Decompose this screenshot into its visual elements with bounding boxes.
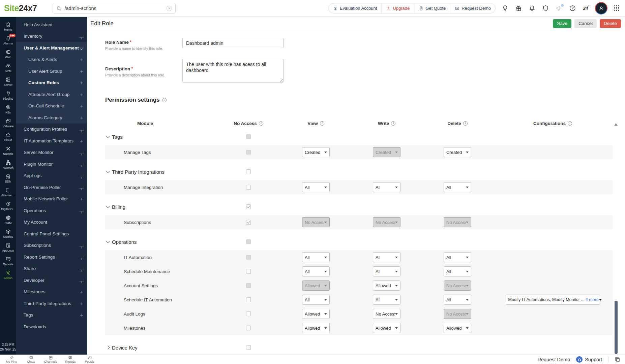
- no-access-checkbox[interactable]: [246, 185, 251, 190]
- table-scroll-up-icon[interactable]: [614, 123, 618, 126]
- no-access-info-icon[interactable]: i: [259, 121, 263, 126]
- cancel-button[interactable]: Cancel: [574, 19, 597, 28]
- plus-icon[interactable]: +: [79, 138, 84, 144]
- write-info-icon[interactable]: i: [391, 121, 395, 126]
- delete-info-icon[interactable]: i: [463, 121, 468, 126]
- chevron-right-icon[interactable]: ›: [79, 256, 84, 258]
- chevron-right-icon[interactable]: ›: [79, 244, 84, 247]
- search-input[interactable]: [64, 6, 164, 11]
- write-dropdown[interactable]: All: [373, 295, 400, 305]
- configurations-info-icon[interactable]: i: [568, 121, 572, 126]
- view-dropdown[interactable]: All: [302, 252, 330, 262]
- rail-item-server[interactable]: Server: [0, 75, 16, 89]
- view-dropdown[interactable]: All: [302, 182, 330, 192]
- chevron-down-icon[interactable]: [106, 169, 110, 173]
- copy-icon[interactable]: [615, 357, 620, 362]
- sidebar-item-downloads[interactable]: Downloads: [16, 321, 87, 333]
- table-scrollbar-thumb[interactable]: [615, 301, 618, 354]
- rail-item-reports[interactable]: Reports: [0, 254, 16, 268]
- chevron-down-icon[interactable]: [106, 204, 110, 208]
- delete-dropdown[interactable]: All: [444, 182, 471, 192]
- chevron-right-icon[interactable]: ›: [79, 35, 84, 38]
- delete-dropdown[interactable]: All: [444, 266, 471, 276]
- sidebar-item-tags[interactable]: Tags+: [16, 309, 87, 321]
- view-dropdown[interactable]: All: [302, 295, 330, 305]
- badge-icon[interactable]: [542, 5, 549, 12]
- view-dropdown[interactable]: All: [302, 266, 330, 276]
- sidebar-item-inventory[interactable]: Inventory›: [16, 31, 87, 42]
- save-button[interactable]: Save: [553, 19, 571, 28]
- delete-dropdown[interactable]: All: [444, 295, 471, 305]
- delete-dropdown[interactable]: Created: [444, 147, 471, 157]
- plus-icon[interactable]: +: [79, 80, 84, 86]
- pill-request-demo[interactable]: Request Demo: [450, 3, 495, 13]
- chevron-right-icon[interactable]: ›: [79, 128, 84, 131]
- permission-settings-info-icon[interactable]: i: [162, 98, 167, 102]
- sidebar-item-control-panel-settings[interactable]: Control Panel Settings: [16, 228, 87, 240]
- rail-item-home[interactable]: Home: [0, 20, 16, 33]
- no-access-checkbox[interactable]: [246, 311, 251, 316]
- description-textarea[interactable]: The user with this role has acess to all…: [182, 59, 284, 82]
- plus-icon[interactable]: +: [79, 289, 84, 295]
- sidebar-item-help-assistant[interactable]: Help Assistant: [16, 19, 87, 31]
- no-access-checkbox[interactable]: [246, 297, 251, 302]
- notifications-icon[interactable]: [529, 5, 536, 12]
- rail-item-digitalo[interactable]: Digital O...: [0, 199, 16, 213]
- footer-item-threads[interactable]: Threads: [62, 356, 78, 363]
- sidebar-item-user-alert-group[interactable]: User Alert Group+: [16, 65, 87, 77]
- footer-item-channels[interactable]: Channels: [42, 356, 59, 363]
- global-search[interactable]: ✕: [53, 3, 176, 14]
- sidebar-item-milestones[interactable]: Milestones+: [16, 286, 87, 298]
- chevron-down-icon[interactable]: ⌄: [79, 45, 84, 48]
- footer-item-people[interactable]: People: [82, 356, 98, 363]
- sidebar-item-mobile-network-poller[interactable]: Mobile Network Poller+: [16, 193, 87, 205]
- pill-upgrade[interactable]: Upgrade: [381, 3, 414, 13]
- zoho-24-icon[interactable]: 24: [583, 5, 590, 12]
- sidebar-item-my-account[interactable]: My Account: [16, 217, 87, 228]
- chevron-down-icon[interactable]: [106, 134, 110, 138]
- view-info-icon[interactable]: i: [320, 121, 324, 126]
- rail-item-cloud[interactable]: Cloud: [0, 130, 16, 144]
- configurations-select[interactable]: Modify IT Automations, Modify Monitor ..…: [506, 295, 600, 305]
- chevron-right-icon[interactable]: ›: [79, 186, 84, 189]
- idea-icon[interactable]: [502, 5, 509, 12]
- footer-item-my-pins[interactable]: My Pins: [3, 356, 20, 363]
- write-dropdown[interactable]: No Access: [373, 309, 400, 319]
- sidebar-item-it-automation-templates[interactable]: IT Automation Templates+: [16, 135, 87, 147]
- plus-icon[interactable]: +: [79, 57, 84, 62]
- footer-support-link[interactable]: Support: [576, 356, 602, 363]
- rail-item-applogs[interactable]: AppLogs: [0, 240, 16, 254]
- view-dropdown[interactable]: Allowed: [302, 309, 330, 319]
- write-dropdown[interactable]: Allowed: [373, 280, 400, 291]
- chevron-right-icon[interactable]: ›: [79, 267, 84, 270]
- sidebar-item-user-alert-management[interactable]: User & Alert Management⌄: [16, 42, 87, 54]
- sidebar-item-report-settings[interactable]: Report Settings›: [16, 251, 87, 263]
- no-access-checkbox[interactable]: [246, 169, 251, 174]
- sidebar-item-attribute-alert-group[interactable]: Attribute Alert Group+: [16, 89, 87, 100]
- view-dropdown[interactable]: Allowed: [302, 323, 330, 333]
- sidebar-item-on-call-schedule[interactable]: On-Call Schedule+: [16, 100, 87, 112]
- footer-item-chats[interactable]: Chats: [23, 356, 39, 363]
- footer-request-demo-link[interactable]: Request Demo: [537, 357, 570, 362]
- plus-icon[interactable]: +: [79, 68, 84, 74]
- rail-item-alarms[interactable]: Alarms99+: [0, 33, 16, 47]
- pill-get-quote[interactable]: Get Quote: [414, 3, 450, 13]
- chevron-right-icon[interactable]: [106, 345, 110, 349]
- sidebar-item-configuration-profiles[interactable]: Configuration Profiles›: [16, 124, 87, 135]
- plus-icon[interactable]: +: [79, 301, 84, 306]
- chevron-down-icon[interactable]: [106, 239, 110, 243]
- sidebar-item-operations[interactable]: Operations›: [16, 205, 87, 217]
- no-access-checkbox[interactable]: [246, 345, 251, 350]
- write-dropdown[interactable]: Allowed: [373, 323, 400, 333]
- rail-item-web[interactable]: Web: [0, 47, 16, 61]
- sidebar-item-share[interactable]: Share›: [16, 263, 87, 275]
- delete-dropdown[interactable]: All: [444, 252, 471, 262]
- sidebar-item-applogs[interactable]: AppLogs›: [16, 170, 87, 182]
- help-icon[interactable]: [569, 5, 576, 12]
- no-access-checkbox[interactable]: [246, 220, 251, 225]
- pill-evaluation-account[interactable]: Evaluation Account: [329, 3, 382, 13]
- sidebar-item-users-alerts[interactable]: Users & Alerts+: [16, 54, 87, 66]
- plus-icon[interactable]: +: [79, 312, 84, 318]
- apps-grid-icon[interactable]: [613, 4, 620, 12]
- delete-dropdown[interactable]: Allowed: [444, 323, 471, 333]
